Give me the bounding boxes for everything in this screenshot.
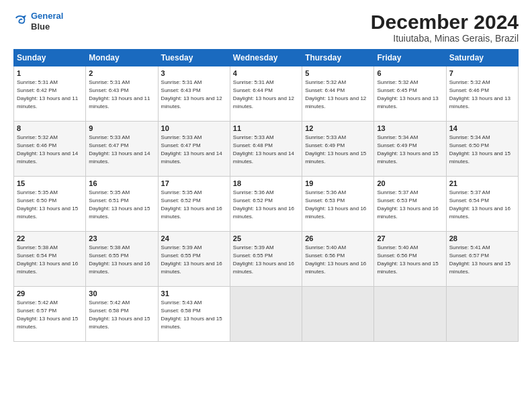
day-info: Sunrise: 5:31 AM Sunset: 6:43 PM Dayligh… [161, 79, 227, 111]
table-row: 24 Sunrise: 5:39 AM Sunset: 6:55 PM Dayl… [158, 232, 230, 287]
calendar-week-row: 22 Sunrise: 5:38 AM Sunset: 6:54 PM Dayl… [14, 232, 519, 287]
table-row: 28 Sunrise: 5:41 AM Sunset: 6:57 PM Dayl… [446, 232, 518, 287]
day-number: 13 [377, 124, 443, 132]
daylight-text: Daylight: 13 hours and 16 minutes. [377, 205, 443, 221]
daylight-text: Daylight: 13 hours and 14 minutes. [233, 150, 299, 166]
calendar-week-row: 1 Sunrise: 5:31 AM Sunset: 6:42 PM Dayli… [14, 66, 519, 122]
daylight-text: Daylight: 13 hours and 15 minutes. [449, 150, 515, 166]
day-number: 5 [305, 69, 371, 77]
daylight-text: Daylight: 13 hours and 12 minutes. [305, 95, 371, 111]
day-info: Sunrise: 5:33 AM Sunset: 6:48 PM Dayligh… [233, 134, 299, 166]
sunset-text: Sunset: 6:49 PM [377, 142, 443, 150]
sunrise-text: Sunrise: 5:41 AM [449, 244, 515, 252]
table-row: 19 Sunrise: 5:36 AM Sunset: 6:53 PM Dayl… [302, 177, 374, 232]
day-number: 4 [233, 69, 299, 77]
table-row: 20 Sunrise: 5:37 AM Sunset: 6:53 PM Dayl… [374, 177, 446, 232]
daylight-text: Daylight: 13 hours and 15 minutes. [449, 260, 515, 276]
sunset-text: Sunset: 6:44 PM [233, 87, 299, 95]
daylight-text: Daylight: 13 hours and 15 minutes. [377, 150, 443, 166]
sunrise-text: Sunrise: 5:32 AM [377, 79, 443, 87]
sunrise-text: Sunrise: 5:33 AM [233, 134, 299, 142]
sunset-text: Sunset: 6:50 PM [17, 197, 83, 205]
logo-line1: General [31, 11, 63, 21]
day-info: Sunrise: 5:36 AM Sunset: 6:52 PM Dayligh… [233, 189, 299, 221]
sunset-text: Sunset: 6:52 PM [161, 197, 227, 205]
day-info: Sunrise: 5:35 AM Sunset: 6:51 PM Dayligh… [89, 189, 154, 221]
table-row: 5 Sunrise: 5:32 AM Sunset: 6:44 PM Dayli… [302, 66, 374, 122]
sunrise-text: Sunrise: 5:31 AM [17, 79, 83, 87]
sunset-text: Sunset: 6:56 PM [377, 252, 443, 260]
sunrise-text: Sunrise: 5:31 AM [233, 79, 299, 87]
daylight-text: Daylight: 13 hours and 15 minutes. [377, 260, 443, 276]
table-row: 14 Sunrise: 5:34 AM Sunset: 6:50 PM Dayl… [446, 122, 518, 177]
page: General Blue December 2024 Ituiutaba, Mi… [0, 0, 532, 411]
sunset-text: Sunset: 6:53 PM [377, 197, 443, 205]
sunrise-text: Sunrise: 5:43 AM [161, 299, 227, 307]
sunrise-text: Sunrise: 5:42 AM [17, 299, 83, 307]
table-row [302, 287, 374, 342]
sunset-text: Sunset: 6:57 PM [17, 307, 83, 315]
daylight-text: Daylight: 13 hours and 15 minutes. [161, 315, 227, 331]
day-number: 19 [305, 179, 371, 187]
table-row: 18 Sunrise: 5:36 AM Sunset: 6:52 PM Dayl… [230, 177, 302, 232]
sunrise-text: Sunrise: 5:38 AM [17, 244, 83, 252]
day-info: Sunrise: 5:38 AM Sunset: 6:55 PM Dayligh… [89, 244, 154, 276]
calendar-week-row: 29 Sunrise: 5:42 AM Sunset: 6:57 PM Dayl… [14, 287, 519, 342]
table-row: 16 Sunrise: 5:35 AM Sunset: 6:51 PM Dayl… [86, 177, 158, 232]
day-info: Sunrise: 5:35 AM Sunset: 6:52 PM Dayligh… [161, 189, 227, 221]
location: Ituiutaba, Minas Gerais, Brazil [371, 33, 519, 44]
table-row: 13 Sunrise: 5:34 AM Sunset: 6:49 PM Dayl… [374, 122, 446, 177]
day-number: 14 [449, 124, 515, 132]
daylight-text: Daylight: 13 hours and 16 minutes. [233, 260, 299, 276]
sunrise-text: Sunrise: 5:36 AM [305, 189, 371, 197]
sunset-text: Sunset: 6:46 PM [17, 142, 83, 150]
sunrise-text: Sunrise: 5:31 AM [161, 79, 227, 87]
sunrise-text: Sunrise: 5:33 AM [161, 134, 227, 142]
col-saturday: Saturday [446, 50, 518, 66]
day-info: Sunrise: 5:41 AM Sunset: 6:57 PM Dayligh… [449, 244, 515, 276]
day-number: 28 [449, 234, 515, 242]
day-number: 26 [305, 234, 371, 242]
table-row: 30 Sunrise: 5:42 AM Sunset: 6:58 PM Dayl… [86, 287, 158, 342]
day-info: Sunrise: 5:38 AM Sunset: 6:54 PM Dayligh… [17, 244, 83, 276]
day-number: 15 [17, 179, 83, 187]
day-number: 21 [449, 179, 515, 187]
table-row: 21 Sunrise: 5:37 AM Sunset: 6:54 PM Dayl… [446, 177, 518, 232]
day-number: 29 [17, 289, 83, 298]
sunset-text: Sunset: 6:43 PM [161, 87, 227, 95]
sunset-text: Sunset: 6:49 PM [305, 142, 371, 150]
day-number: 16 [89, 179, 154, 187]
sunrise-text: Sunrise: 5:33 AM [305, 134, 371, 142]
day-info: Sunrise: 5:42 AM Sunset: 6:57 PM Dayligh… [17, 299, 83, 331]
sunset-text: Sunset: 6:50 PM [449, 142, 515, 150]
daylight-text: Daylight: 13 hours and 16 minutes. [305, 260, 371, 276]
sunrise-text: Sunrise: 5:34 AM [377, 134, 443, 142]
sunrise-text: Sunrise: 5:35 AM [89, 189, 154, 197]
sunrise-text: Sunrise: 5:32 AM [449, 79, 515, 87]
col-thursday: Thursday [302, 50, 374, 66]
sunset-text: Sunset: 6:54 PM [17, 252, 83, 260]
sunrise-text: Sunrise: 5:39 AM [161, 244, 227, 252]
table-row [374, 287, 446, 342]
logo-icon [13, 14, 28, 29]
daylight-text: Daylight: 13 hours and 14 minutes. [17, 150, 83, 166]
day-info: Sunrise: 5:34 AM Sunset: 6:50 PM Dayligh… [449, 134, 515, 166]
logo: General Blue [13, 11, 63, 32]
day-info: Sunrise: 5:39 AM Sunset: 6:55 PM Dayligh… [233, 244, 299, 276]
day-number: 30 [89, 289, 154, 298]
day-info: Sunrise: 5:37 AM Sunset: 6:53 PM Dayligh… [377, 189, 443, 221]
calendar-header-row: Sunday Monday Tuesday Wednesday Thursday… [14, 50, 519, 66]
sunset-text: Sunset: 6:51 PM [89, 197, 154, 205]
month-title: December 2024 [371, 11, 519, 33]
day-info: Sunrise: 5:32 AM Sunset: 6:46 PM Dayligh… [17, 134, 83, 166]
day-number: 2 [89, 69, 154, 77]
day-info: Sunrise: 5:37 AM Sunset: 6:54 PM Dayligh… [449, 189, 515, 221]
day-number: 6 [377, 69, 443, 77]
sunrise-text: Sunrise: 5:40 AM [377, 244, 443, 252]
daylight-text: Daylight: 13 hours and 16 minutes. [89, 260, 154, 276]
sunset-text: Sunset: 6:52 PM [233, 197, 299, 205]
sunset-text: Sunset: 6:56 PM [305, 252, 371, 260]
calendar-week-row: 8 Sunrise: 5:32 AM Sunset: 6:46 PM Dayli… [14, 122, 519, 177]
day-number: 17 [161, 179, 227, 187]
day-info: Sunrise: 5:40 AM Sunset: 6:56 PM Dayligh… [377, 244, 443, 276]
